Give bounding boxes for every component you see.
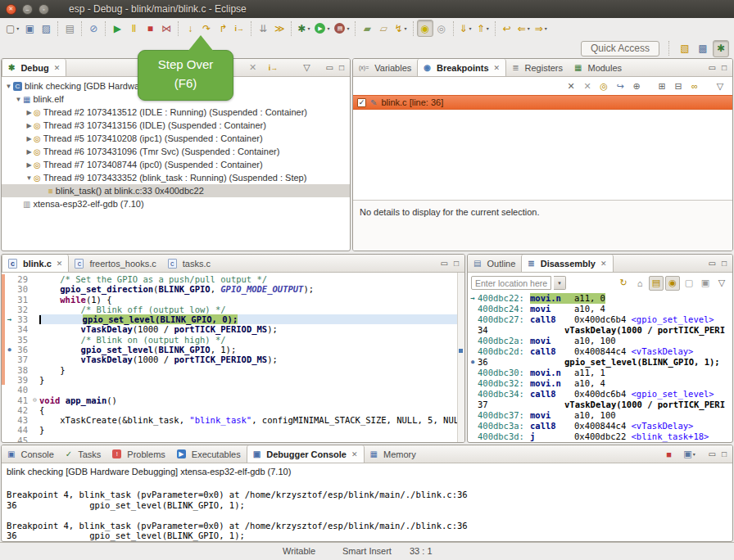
code-line[interactable]: 32 /* Blink off (output low) */: [2, 305, 464, 314]
maximize-button[interactable]: ▫: [39, 4, 49, 15]
tab-blink-c[interactable]: cblink.c✕: [2, 255, 69, 272]
tab-tasks[interactable]: ✓Tasks: [60, 445, 107, 463]
suspend-icon[interactable]: Ⅱ: [125, 20, 142, 37]
code-line[interactable]: 37 vTaskDelay(1000 / portTICK_PERIOD_MS)…: [2, 355, 464, 364]
code-line[interactable]: 31 while(1) {: [2, 295, 464, 305]
use-step-filters-icon[interactable]: ≫: [271, 20, 288, 37]
location-dropdown-icon[interactable]: ▼: [554, 276, 566, 290]
linked-working-set-icon[interactable]: ∞: [687, 79, 702, 93]
disassembly-line[interactable]: 400dbc30:movi.na11, 1: [468, 368, 732, 378]
close-icon[interactable]: ✕: [600, 260, 607, 268]
previous-annotation-icon[interactable]: ⇑▾: [474, 20, 492, 37]
location-input[interactable]: Enter location here: [471, 276, 551, 290]
tree-row[interactable]: ▥xtensa-esp32-elf-gdb (7.10): [2, 197, 350, 210]
expander-icon[interactable]: ▶: [25, 109, 34, 116]
minimize-view-icon[interactable]: ▭: [326, 63, 333, 72]
go-to-file-icon[interactable]: ↪: [613, 79, 628, 93]
breakpoint-overview-mark[interactable]: [459, 349, 463, 353]
highlight-toggle-icon[interactable]: ◎: [433, 20, 450, 37]
maximize-view-icon[interactable]: □: [339, 63, 344, 72]
expander-icon[interactable]: ▼: [14, 96, 23, 103]
show-supported-breakpoints-icon[interactable]: ◎: [596, 79, 611, 93]
expander-icon[interactable]: ▶: [25, 122, 34, 129]
back-icon[interactable]: ⇐▾: [515, 20, 532, 37]
link-with-debug-icon[interactable]: ⊕: [629, 79, 644, 93]
close-button[interactable]: ✕: [6, 4, 16, 15]
code-line[interactable]: 39}: [2, 375, 464, 385]
collapse-all-icon[interactable]: ⊟: [671, 79, 686, 93]
forward-icon[interactable]: ⇒▾: [532, 20, 550, 37]
instruction-stepping-icon[interactable]: i→: [231, 20, 247, 37]
disassembly-line[interactable]: 400dbc32:movi.na10, 4: [468, 378, 732, 389]
breakpoint-row[interactable]: ✓ ✎ blink.c [line: 36]: [353, 95, 732, 110]
code-line[interactable]: 41⊖void app_main(): [2, 395, 464, 405]
tree-row[interactable]: ≡blink_task() at blink.c:33 0x400dbc22: [2, 184, 350, 197]
save-all-icon[interactable]: ▨: [38, 20, 54, 37]
home-icon[interactable]: ⌂: [632, 276, 647, 291]
console-output[interactable]: Breakpoint 4, blink_task (pvParameter=0x…: [2, 478, 732, 541]
code-line[interactable]: 42{: [2, 405, 464, 415]
remove-all-breakpoints-icon[interactable]: ✕: [580, 79, 595, 93]
debug-perspective-icon[interactable]: ✱: [713, 40, 729, 57]
code-line[interactable]: 40: [2, 385, 464, 395]
maximize-view-icon[interactable]: □: [454, 259, 459, 268]
close-icon[interactable]: ✕: [54, 64, 61, 72]
build-icon[interactable]: ▤: [61, 20, 78, 37]
minimize-button[interactable]: –: [22, 4, 33, 15]
tab-tasks-c[interactable]: ctasks.c: [162, 255, 216, 272]
quick-access-box[interactable]: Quick Access: [581, 41, 659, 56]
code-line[interactable]: 45: [2, 436, 464, 442]
expander-icon[interactable]: ▶: [25, 161, 34, 169]
maximize-view-icon[interactable]: □: [722, 63, 727, 72]
tab-disassembly[interactable]: ≣Disassembly✕: [521, 255, 613, 272]
instruction-stepping-toggle-icon[interactable]: i→: [266, 61, 281, 75]
breakpoint-list-empty-area[interactable]: [353, 110, 732, 200]
tree-row[interactable]: ▼◎Thread #9 1073433352 (blink_task : Run…: [2, 171, 350, 184]
view-menu-icon[interactable]: ▽: [714, 276, 729, 291]
run-icon[interactable]: ▶▾: [312, 20, 332, 37]
maximize-view-icon[interactable]: □: [722, 449, 727, 458]
close-icon[interactable]: ✕: [351, 450, 358, 458]
external-tools-icon[interactable]: ▤▾: [332, 20, 351, 37]
close-icon[interactable]: ✕: [57, 260, 63, 268]
expander-icon[interactable]: ▼: [25, 174, 34, 182]
disassembly-line[interactable]: 37vTaskDelay(1000 / portTICK_PERI: [468, 400, 732, 410]
tab-freertos-hooks-c[interactable]: cfreertos_hooks.c: [69, 255, 161, 272]
expander-icon[interactable]: ▶: [25, 148, 34, 156]
disassembly-line[interactable]: ●36gpio_set_level(BLINK_GPIO, 1);: [468, 357, 732, 368]
code-line[interactable]: 30 gpio_set_direction(BLINK_GPIO, GPIO_M…: [2, 284, 464, 294]
disassembly-line[interactable]: 400dbc3d:j0x400dbc22 <blink_task+18>: [468, 431, 732, 442]
fold-marker-icon[interactable]: ⊖: [30, 395, 39, 405]
expander-icon[interactable]: ▼: [4, 83, 13, 90]
disassembly-line[interactable]: 34vTaskDelay(1000 / portTICK_PERI: [468, 325, 732, 336]
sync-active-context-icon[interactable]: ◉: [665, 276, 680, 291]
cpp-perspective-icon[interactable]: ▩: [695, 40, 711, 57]
save-icon[interactable]: ▣: [21, 20, 38, 37]
mark-occurrences-icon[interactable]: ◉: [417, 20, 433, 37]
tree-row[interactable]: ▶◎Thread #5 1073410208 (ipc1) (Suspended…: [2, 132, 350, 145]
tree-row[interactable]: ▶◎Thread #3 1073413156 (IDLE) (Suspended…: [2, 119, 350, 132]
open-folder-icon[interactable]: ▱: [375, 20, 392, 37]
disassembly-line[interactable]: 400dbc37:movia10, 100: [468, 410, 732, 421]
next-annotation-icon[interactable]: ⇓▾: [457, 20, 474, 37]
new-wizard-icon[interactable]: ▢▾: [3, 20, 21, 37]
tab-registers[interactable]: ≣Registers: [506, 59, 569, 76]
step-into-icon[interactable]: ↓: [182, 20, 198, 37]
step-over-icon[interactable]: ↷: [198, 20, 215, 37]
tab-memory[interactable]: ▦Memory: [365, 445, 422, 463]
minimize-view-icon[interactable]: ▭: [441, 259, 448, 268]
tab-variables[interactable]: (x)=Variables: [353, 59, 417, 76]
remove-breakpoint-icon[interactable]: ✕: [564, 79, 578, 93]
code-line[interactable]: 38 }: [2, 365, 464, 375]
terminate-icon[interactable]: ■: [142, 20, 158, 37]
disassembly-line[interactable]: →400dbc22:movi.na11, 0: [468, 293, 732, 304]
code-line[interactable]: 29 /* Set the GPIO as a push/pull output…: [2, 274, 464, 284]
skip-all-breakpoints-icon[interactable]: ⊘: [85, 20, 102, 37]
debug-icon[interactable]: ✱▾: [295, 20, 312, 37]
disassembly-line[interactable]: 400dbc2d:call80x400844c4 <vTaskDelay>: [468, 346, 732, 357]
tree-row[interactable]: ▶◎Thread #7 1073408744 (ipc0) (Suspended…: [2, 158, 350, 171]
display-console-icon[interactable]: ▣▾: [682, 447, 697, 462]
tab-console[interactable]: ▣Console: [2, 445, 60, 463]
expand-all-icon[interactable]: ⊞: [655, 79, 669, 93]
tab-debug[interactable]: ✱Debug✕: [2, 59, 66, 76]
